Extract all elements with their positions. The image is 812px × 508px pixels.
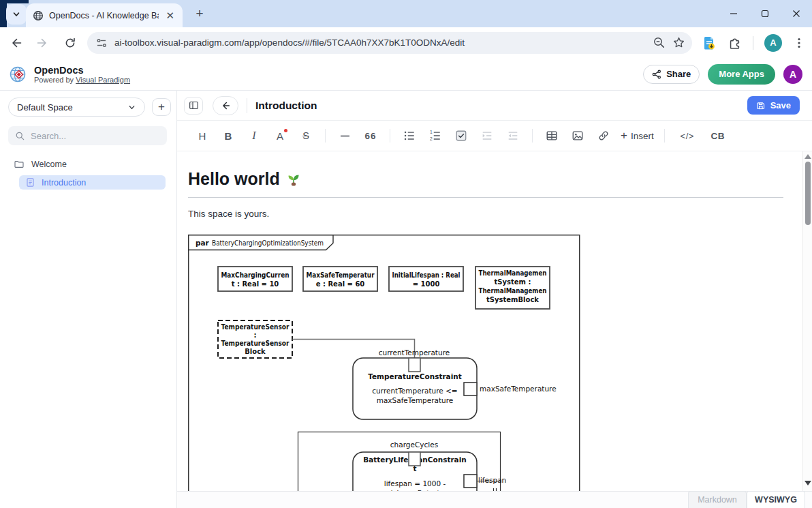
back-to-pages-button[interactable]: [213, 96, 238, 115]
outdent-button[interactable]: [503, 125, 523, 146]
tab-title: OpenDocs - AI Knowledge Base: [49, 11, 159, 20]
value-block-text: ThermalManagemen: [479, 269, 547, 277]
bullet-list-icon: [403, 130, 416, 142]
save-button[interactable]: Save: [747, 96, 800, 115]
panel-toggle-icon: [189, 100, 199, 110]
constraint-expression: maxSafeTemperature: [377, 396, 454, 404]
vertical-scrollbar[interactable]: [802, 151, 812, 491]
share-icon: [652, 70, 661, 79]
new-tab-button[interactable]: +: [192, 7, 207, 22]
extensions-puzzle-icon[interactable]: [728, 35, 742, 50]
chevron-down-icon: [12, 10, 21, 19]
bold-button[interactable]: B: [218, 125, 238, 146]
visual-paradigm-link[interactable]: Visual Paradigm: [76, 76, 130, 84]
url-text[interactable]: ai-toolbox.visual-paradigm.com/app/opend…: [114, 38, 646, 48]
globe-favicon-icon: [33, 10, 44, 21]
docs-extension-icon[interactable]: [702, 35, 717, 50]
bookmark-star-icon[interactable]: [672, 36, 685, 49]
search-input[interactable]: [31, 131, 140, 141]
horizontal-rule-icon: [339, 130, 351, 142]
constraint-port: [464, 383, 477, 395]
tune-icon[interactable]: [95, 37, 108, 49]
tab-search-button[interactable]: [6, 4, 27, 25]
bold-glyph: B: [225, 130, 232, 142]
sidebar-search[interactable]: [8, 126, 167, 145]
reload-button[interactable]: [59, 31, 82, 55]
tree-page-introduction[interactable]: Introduction: [19, 175, 166, 190]
italic-glyph: I: [252, 130, 255, 142]
constraint-port: [409, 358, 420, 372]
editor-pane: Introduction Save H B I A S 66 12: [177, 91, 812, 508]
sensor-block-text: Block: [245, 348, 266, 355]
markdown-mode-button[interactable]: Markdown: [688, 491, 747, 508]
code-block-button[interactable]: CB: [706, 125, 730, 146]
value-block-text: e : Real = 60: [316, 280, 365, 288]
text-color-button[interactable]: A: [270, 125, 290, 146]
insert-button[interactable]: +Insert: [616, 125, 658, 146]
space-selector[interactable]: Default Space: [8, 98, 145, 117]
scrollbar-thumb[interactable]: [805, 162, 811, 225]
numbered-list-button[interactable]: 12: [425, 125, 446, 146]
image-button[interactable]: [567, 125, 588, 146]
window-controls: [718, 0, 812, 27]
heading-button[interactable]: H: [192, 125, 213, 146]
link-button[interactable]: [593, 125, 614, 146]
window-frame-corner-top: [0, 0, 29, 3]
browser-tab[interactable]: OpenDocs - AI Knowledge Base ✕: [26, 3, 183, 27]
italic-button[interactable]: I: [244, 125, 264, 146]
browser-menu-kebab-icon[interactable]: [793, 37, 805, 49]
inline-code-button[interactable]: </>: [674, 125, 701, 146]
chevron-down-icon: [127, 103, 136, 112]
document-canvas[interactable]: Hello world This space is yours.: [177, 151, 802, 491]
checklist-icon: [455, 130, 467, 142]
add-space-button[interactable]: +: [152, 98, 171, 116]
tab-close-icon[interactable]: ✕: [164, 10, 176, 22]
port-label: maxSafeTemperature: [480, 385, 557, 393]
maximize-button[interactable]: [749, 0, 781, 27]
table-button[interactable]: [542, 125, 562, 146]
opendocs-logo-icon: [8, 64, 29, 85]
blockquote-button[interactable]: 66: [360, 125, 381, 146]
browser-window: OpenDocs - AI Knowledge Base ✕ + ai-tool…: [0, 0, 812, 508]
account-avatar[interactable]: A: [783, 65, 802, 84]
diagram-image[interactable]: par BatteryChargingOptimizationSystem Ma…: [188, 235, 783, 491]
share-button[interactable]: Share: [643, 65, 700, 84]
save-label: Save: [770, 100, 791, 110]
address-bar[interactable]: ai-toolbox.visual-paradigm.com/app/opend…: [87, 32, 692, 54]
format-toolbar: H B I A S 66 12 +Insert </>: [177, 121, 812, 151]
horizontal-rule-button[interactable]: [334, 125, 355, 146]
browser-toolbar: ai-toolbox.visual-paradigm.com/app/opend…: [0, 27, 812, 58]
minimize-button[interactable]: [718, 0, 749, 27]
back-button[interactable]: [4, 31, 27, 55]
strikethrough-button[interactable]: S: [296, 125, 316, 146]
document-icon: [25, 177, 35, 188]
browser-profile-avatar[interactable]: A: [764, 34, 782, 52]
outdent-icon: [507, 130, 519, 142]
bullet-list-button[interactable]: [399, 125, 420, 146]
link-icon: [597, 130, 610, 142]
tree-folder-welcome[interactable]: Welcome: [0, 156, 176, 173]
forward-button[interactable]: [31, 31, 54, 55]
scroll-up-arrow[interactable]: [805, 154, 811, 159]
frame-keyword: par: [196, 239, 210, 247]
indent-button[interactable]: [477, 125, 497, 146]
value-block-text: InitialLifespan : Real: [392, 271, 460, 279]
text-color-glyph: A: [277, 130, 283, 142]
plus-icon: +: [621, 129, 627, 143]
quote-glyph: 66: [364, 131, 376, 141]
value-block-text: ThermalManagemen: [479, 287, 547, 295]
document-paragraph: This space is yours.: [188, 209, 783, 219]
zoom-indicator-icon[interactable]: [653, 36, 666, 49]
value-block-text: t : Real = 10: [232, 280, 279, 288]
more-apps-button[interactable]: More Apps: [708, 64, 775, 85]
numbered-list-icon: 12: [429, 130, 441, 142]
wysiwyg-mode-button[interactable]: WYSIWYG: [747, 491, 805, 508]
constraint-name: TemperatureConstraint: [368, 372, 462, 380]
scroll-down-arrow[interactable]: [805, 481, 811, 485]
constraint-expression: lifespan = 1000 -: [384, 479, 446, 488]
close-window-button[interactable]: [781, 0, 812, 27]
sensor-block-text: :: [254, 331, 257, 339]
toggle-sidebar-button[interactable]: [184, 97, 203, 115]
checklist-button[interactable]: [451, 125, 471, 146]
toolbar-divider: [325, 129, 326, 143]
